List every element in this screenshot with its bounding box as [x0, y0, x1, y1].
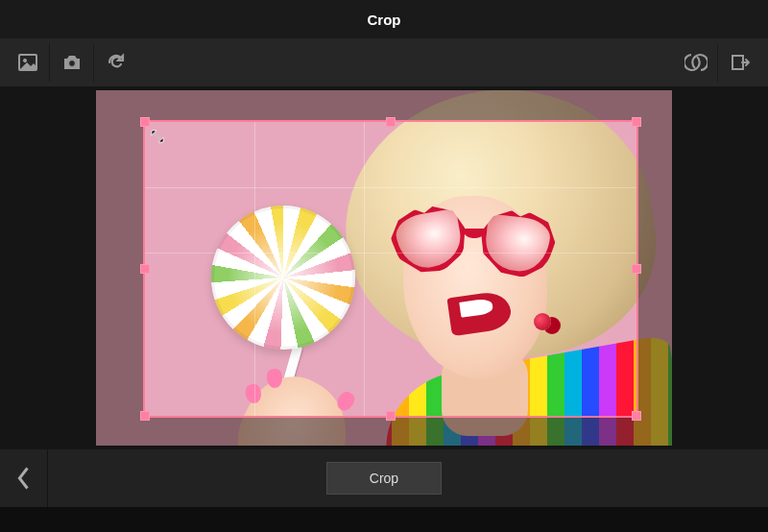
crop-button[interactable]: Crop [326, 462, 442, 495]
crop-handle-bottom-right[interactable] [632, 411, 641, 421]
svg-point-2 [68, 60, 75, 67]
export-icon [729, 51, 752, 74]
photo-canvas[interactable] [96, 90, 672, 446]
page-title: Crop [368, 12, 401, 28]
crop-selection[interactable] [143, 120, 638, 418]
crop-handle-top-right[interactable] [632, 117, 641, 127]
camera-icon [60, 51, 84, 74]
title-bar: Crop [0, 0, 768, 38]
export-button[interactable] [718, 43, 762, 82]
crop-button-label: Crop [370, 471, 398, 486]
reset-button[interactable] [94, 43, 138, 82]
image-icon [16, 51, 39, 74]
bottom-bar: Crop [0, 449, 768, 507]
compare-button[interactable] [674, 43, 718, 82]
canvas-area [0, 86, 768, 449]
chevron-left-icon [14, 465, 34, 492]
crop-handle-top-left[interactable] [140, 117, 150, 127]
crop-handle-bottom-left[interactable] [140, 411, 150, 421]
footer-gap [0, 507, 768, 532]
crop-handle-bottom[interactable] [386, 411, 396, 421]
refresh-icon [105, 51, 128, 74]
svg-point-1 [23, 59, 26, 61]
compare-icon [684, 51, 708, 74]
toolbar [0, 38, 768, 86]
crop-handle-top[interactable] [386, 117, 396, 127]
open-image-button[interactable] [6, 43, 50, 82]
crop-handle-right[interactable] [632, 264, 641, 274]
back-button[interactable] [0, 449, 48, 507]
crop-handle-left[interactable] [140, 264, 150, 274]
camera-button[interactable] [50, 43, 94, 82]
